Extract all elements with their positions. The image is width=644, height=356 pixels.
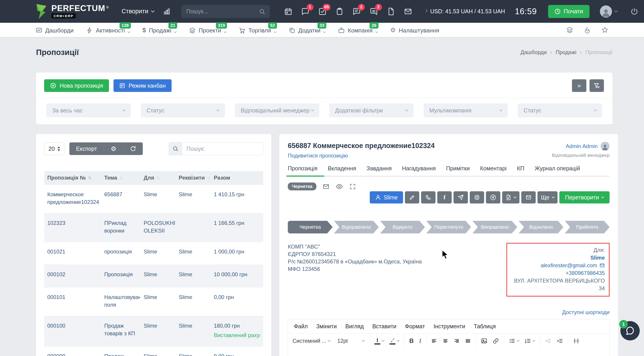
star-icon[interactable]: [601, 26, 608, 34]
client-phone-link[interactable]: +380967986435: [511, 269, 605, 277]
fullscreen-icon[interactable]: [349, 183, 356, 190]
column-total[interactable]: Разом: [210, 171, 263, 185]
tab-reminders[interactable]: Нагадування: [402, 165, 436, 172]
bar-chart-icon[interactable]: [163, 8, 171, 15]
nav-projects[interactable]: Проекти 319: [189, 23, 226, 37]
table-row[interactable]: Коммерческое предложение102324656887Slim…: [44, 185, 263, 213]
preview-eye-icon[interactable]: [336, 183, 343, 190]
insert-image-button[interactable]: [478, 338, 490, 344]
table-row[interactable]: 102323ПРиклад воронкиPOLOSUKHIN OLEKSII …: [44, 213, 263, 242]
manager-avatar[interactable]: [600, 142, 610, 151]
fire-icon[interactable]: [584, 26, 591, 34]
table-search-input[interactable]: [182, 142, 263, 155]
facebook-button[interactable]: f: [437, 191, 452, 203]
global-search-input[interactable]: [186, 8, 259, 15]
column-requisites[interactable]: Реквізити↑↓: [176, 171, 211, 185]
tasks-icon[interactable]: 65: [318, 8, 326, 16]
italic-button[interactable]: I: [416, 337, 424, 344]
table-row[interactable]: 000101Налаштовувані поляSlimeSlime 0,00 …: [44, 287, 263, 316]
kanban-mode-button[interactable]: Режим канбан: [114, 79, 172, 92]
per-page-select[interactable]: 20: [44, 142, 64, 155]
filter-status[interactable]: Статус: [141, 103, 225, 117]
calendar-icon[interactable]: [284, 8, 292, 16]
menu-insert[interactable]: Вставити: [372, 323, 396, 330]
menu-file[interactable]: Файл: [294, 323, 308, 330]
pipeline-step-accepted[interactable]: Прийнято: [565, 221, 610, 233]
logout-icon[interactable]: [630, 8, 638, 16]
view-proposal-link[interactable]: Подивитися пропозицію: [288, 153, 348, 159]
nav-trade[interactable]: Торгівля 52: [239, 23, 276, 37]
table-row[interactable]: 000100Продаж товарів з КПSlimeSlime 180,…: [44, 316, 263, 346]
pipeline-step-viewed[interactable]: Переглянуто: [426, 221, 471, 233]
column-number[interactable]: Пропозиція №↑↓: [44, 171, 101, 185]
viber-button[interactable]: [421, 191, 436, 203]
collapse-filters-button[interactable]: »: [572, 79, 586, 92]
pipeline-step-draft[interactable]: Чернетка: [288, 221, 332, 233]
mail-icon[interactable]: [404, 8, 412, 16]
filter-extra[interactable]: Додаткові фільтри: [329, 103, 414, 117]
font-size-select[interactable]: 12pt: [334, 338, 367, 344]
support-chat-button[interactable]: 1: [620, 321, 640, 340]
create-menu[interactable]: Створити: [122, 8, 154, 15]
breadcrumb-sales[interactable]: Продажі: [556, 49, 576, 56]
menu-tools[interactable]: Інструменти: [434, 323, 465, 330]
pipeline-step-corrected[interactable]: Виправлено: [472, 221, 517, 233]
filter-period[interactable]: За весь час: [46, 103, 131, 117]
align-justify-button[interactable]: [462, 338, 474, 344]
more-button[interactable]: Ще: [538, 191, 557, 203]
table-row[interactable]: 001021пропозиціяSlimeSlime 1 000,00 грн: [44, 242, 263, 265]
instagram-button[interactable]: [470, 191, 484, 203]
send-mail-icon[interactable]: [323, 183, 330, 190]
edit-button[interactable]: [405, 191, 419, 203]
menu-view[interactable]: Вигляд: [346, 323, 364, 330]
pdf-button[interactable]: [502, 191, 520, 203]
align-right-button[interactable]: [451, 338, 462, 344]
column-theme[interactable]: Тема↑↓: [101, 171, 140, 185]
pipeline-step-declined[interactable]: Відхилено: [518, 221, 564, 233]
filter-status-2[interactable]: Статус: [518, 103, 602, 117]
new-proposal-button[interactable]: Нова пропозиція: [44, 79, 109, 92]
convert-button[interactable]: Перетворити: [559, 191, 610, 203]
tab-attachments[interactable]: Вкладення: [328, 165, 356, 172]
nav-apps[interactable]: Додатки 33: [289, 23, 326, 37]
contact-button[interactable]: Slime: [370, 191, 403, 203]
insert-link-button[interactable]: [490, 338, 502, 344]
nav-settings[interactable]: ⚙ Налаштування: [390, 23, 439, 37]
menu-edit[interactable]: Змінити: [316, 323, 337, 330]
editor-content[interactable]: Комерційна пропозиція № _____ від ______…: [288, 348, 609, 356]
numbered-list-button[interactable]: [522, 338, 538, 344]
global-search[interactable]: [182, 5, 270, 18]
pipeline-step-opened[interactable]: Відкрито: [380, 221, 425, 233]
user-menu[interactable]: [600, 6, 617, 18]
tab-proposal[interactable]: Пропозиція: [288, 165, 318, 172]
client-name-link[interactable]: Slime: [511, 254, 605, 262]
outdent-button[interactable]: [542, 338, 554, 344]
currency-rate[interactable]: USD: 41.53 UAH / 41.53 UAH: [425, 8, 505, 15]
dialogs-icon[interactable]: 2: [352, 8, 361, 16]
tab-kp[interactable]: КП: [517, 165, 524, 172]
export-button[interactable]: Експорт: [69, 142, 104, 155]
column-client[interactable]: Для↑↓: [140, 171, 176, 185]
shortcodes-link[interactable]: Доступні шорткоди: [288, 309, 610, 315]
tab-tasks[interactable]: Завдання: [366, 165, 392, 172]
nav-activities[interactable]: Активності 138: [86, 23, 130, 37]
refresh-button[interactable]: [124, 142, 143, 155]
pipeline-step-sent[interactable]: Відправлено: [334, 221, 379, 233]
clear-filters-button[interactable]: [590, 79, 604, 92]
tab-log[interactable]: Журнал операцій: [534, 165, 580, 172]
logo[interactable]: PERFECTUM® CRM+ERP: [36, 4, 109, 19]
nav-dashboards[interactable]: Дашборди: [36, 23, 74, 37]
feedback-icon[interactable]: 2: [370, 8, 378, 16]
highlight-color-button[interactable]: [387, 337, 402, 344]
email-button[interactable]: [521, 191, 536, 203]
manager-link[interactable]: Admin Admin: [566, 143, 598, 149]
start-timer-button[interactable]: Почати: [548, 5, 589, 18]
menu-table[interactable]: Таблиця: [474, 323, 496, 330]
layers-icon[interactable]: [566, 26, 573, 34]
tab-comments[interactable]: Коментарі: [480, 165, 507, 172]
breadcrumb-dashboards[interactable]: Дашборди: [520, 49, 547, 56]
font-family-select[interactable]: Системний ...: [290, 338, 333, 344]
text-color-button[interactable]: I: [372, 337, 387, 344]
client-email-link[interactable]: alexfirester@gmail.com: [511, 262, 605, 269]
align-center-button[interactable]: [440, 338, 451, 344]
